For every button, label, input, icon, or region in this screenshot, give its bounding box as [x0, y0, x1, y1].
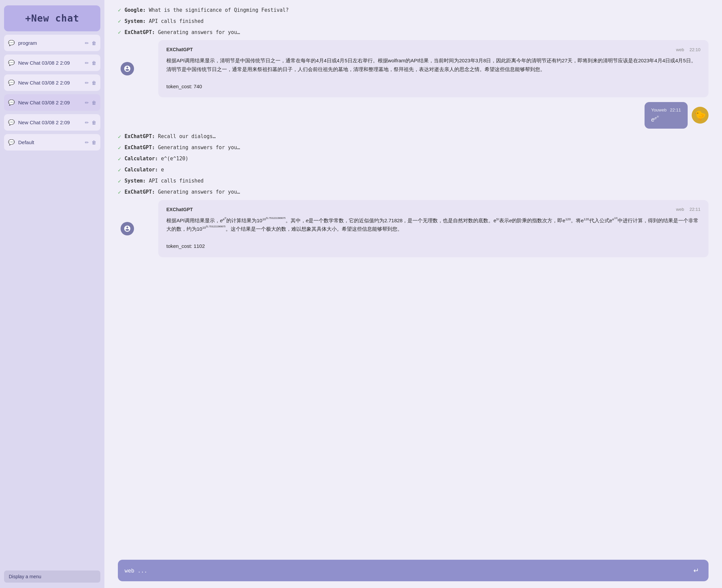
chat-icon: 💬: [8, 80, 15, 86]
status-line-calc2: ✓ Calculator: e: [118, 167, 708, 173]
status-line-google: ✓ Google: What is the significance of Qi…: [118, 7, 708, 13]
checkmark-icon: ✓: [118, 178, 121, 184]
chat-icon: 💬: [8, 60, 15, 66]
user-content: ee5!: [651, 115, 681, 123]
checkmark-icon: ✓: [118, 7, 121, 13]
chat-icon: 💬: [8, 139, 15, 146]
send-button[interactable]: ↵: [691, 565, 702, 576]
sidebar-item-chat1[interactable]: 💬 New Chat 03/08 2 2:09 ✏ 🗑: [4, 55, 100, 71]
sidebar: +New chat 💬 program ✏ 🗑 💬 New Chat 03/08…: [0, 0, 104, 588]
bot-message-1-wrapper: EXChatGPT web 22:10 根据API调用结果显示，清明节是中国传统…: [138, 40, 708, 97]
input-container: ↵: [118, 560, 708, 581]
sidebar-item-default[interactable]: 💬 Default ✏ 🗑: [4, 134, 100, 150]
bot-platform-2: web: [676, 207, 684, 212]
bot-sender-1: EXChatGPT: [166, 47, 193, 52]
checkmark-icon: ✓: [118, 29, 121, 35]
edit-icon[interactable]: ✏: [85, 100, 89, 105]
status-text: Calculator: e: [125, 167, 164, 173]
chat-icon: 💬: [8, 99, 15, 106]
user-platform: web: [659, 107, 667, 112]
checkmark-icon: ✓: [118, 189, 121, 195]
status-text: ExChatGPT: Generating answers for you…: [125, 189, 240, 195]
status-text: Calculator: e^(e^120): [125, 155, 189, 162]
sidebar-item-label: Default: [18, 139, 34, 146]
display-menu-button[interactable]: Display a menu: [4, 570, 100, 583]
status-line-calc1: ✓ Calculator: e^(e^120): [118, 155, 708, 162]
bot-message-1: EXChatGPT web 22:10 根据API调用结果显示，清明节是中国传统…: [158, 40, 708, 97]
status-line-recall: ✓ ExChatGPT: Recall our dialogs…: [118, 133, 708, 140]
checkmark-icon: ✓: [118, 18, 121, 24]
sidebar-item-label: New Chat 03/08 2 2:09: [18, 59, 70, 66]
chat-icon: 💬: [8, 40, 15, 46]
bot-time-2: 22:11: [689, 207, 700, 212]
status-text: System: API calls finished: [125, 18, 204, 24]
bot-message-2: EXChatGPT web 22:11 根据API调用结果显示，ee5!的计算结…: [158, 200, 708, 257]
bot-message-body-1: 根据API调用结果显示，清明节是中国传统节日之一，通常在每年的4月4日或4月5日…: [166, 56, 700, 90]
edit-icon[interactable]: ✏: [85, 60, 89, 66]
sidebar-item-label: New Chat 03/08 2 2:09: [18, 79, 70, 86]
user-message-wrapper: You web 22:11 ee5! 🐤: [118, 102, 708, 129]
status-line-system1: ✓ System: API calls finished: [118, 18, 708, 24]
edit-icon[interactable]: ✏: [85, 80, 89, 86]
user-time: 22:11: [670, 107, 681, 112]
input-area: ↵: [104, 554, 722, 588]
token-cost-1: token_cost: 740: [166, 84, 202, 89]
status-text: ExChatGPT: Recall our dialogs…: [125, 133, 216, 140]
checkmark-icon: ✓: [118, 167, 121, 173]
bot-avatar-2: [121, 222, 134, 235]
bot-message-2-wrapper: EXChatGPT web 22:11 根据API调用结果显示，ee5!的计算结…: [138, 200, 708, 257]
sidebar-item-label: New Chat 03/08 2 2:09: [18, 119, 70, 126]
edit-icon[interactable]: ✏: [85, 120, 89, 125]
delete-icon[interactable]: 🗑: [91, 100, 96, 105]
sidebar-item-program[interactable]: 💬 program ✏ 🗑: [4, 35, 100, 51]
token-cost-2: token_cost: 1102: [166, 243, 205, 249]
delete-icon[interactable]: 🗑: [91, 80, 96, 86]
sidebar-item-chat2[interactable]: 💬 New Chat 03/08 2 2:09 ✏ 🗑: [4, 75, 100, 91]
delete-icon[interactable]: 🗑: [91, 120, 96, 125]
main-chat-area: ✓ Google: What is the significance of Qi…: [104, 0, 722, 588]
new-chat-button[interactable]: +New chat: [4, 5, 100, 31]
status-line-exchat-gen2: ✓ ExChatGPT: Generating answers for you…: [118, 145, 708, 151]
user-avatar: 🐤: [692, 107, 708, 124]
status-text: ExChatGPT: Generating answers for you…: [125, 29, 240, 35]
bot-platform-1: web: [676, 47, 684, 52]
sidebar-item-label: New Chat 03/08 2 2:09: [18, 99, 70, 106]
status-line-system2: ✓ System: API calls finished: [118, 178, 708, 184]
delete-icon[interactable]: 🗑: [91, 60, 96, 66]
checkmark-icon: ✓: [118, 133, 121, 140]
user-message: You web 22:11 ee5!: [644, 102, 688, 129]
status-text: Google: What is the significance of Qing…: [125, 7, 289, 13]
status-text: System: API calls finished: [125, 178, 204, 184]
bot-time-1: 22:10: [689, 47, 700, 52]
bot-message-body-2: 根据API调用结果显示，ee5!的计算结果为101051.75312213969…: [166, 216, 700, 251]
chat-messages: ✓ Google: What is the significance of Qi…: [104, 0, 722, 554]
edit-icon[interactable]: ✏: [85, 140, 89, 145]
status-line-exchat1: ✓ ExChatGPT: Generating answers for you…: [118, 29, 708, 35]
bot-avatar: [121, 62, 134, 76]
sidebar-item-chat4[interactable]: 💬 New Chat 03/08 2 2:09 ✏ 🗑: [4, 114, 100, 131]
status-line-exchat3: ✓ ExChatGPT: Generating answers for you…: [118, 189, 708, 195]
edit-icon[interactable]: ✏: [85, 40, 89, 46]
user-sender: You: [651, 107, 659, 112]
bot-sender-2: EXChatGPT: [166, 207, 193, 212]
checkmark-icon: ✓: [118, 155, 121, 162]
checkmark-icon: ✓: [118, 145, 121, 151]
sidebar-item-label: program: [18, 39, 37, 46]
delete-icon[interactable]: 🗑: [91, 40, 96, 46]
chat-icon: 💬: [8, 119, 15, 126]
sidebar-item-chat3[interactable]: 💬 New Chat 03/08 2 2:09 ✏ 🗑: [4, 94, 100, 111]
status-text: ExChatGPT: Generating answers for you…: [125, 145, 240, 150]
delete-icon[interactable]: 🗑: [91, 140, 96, 145]
chat-input[interactable]: [125, 567, 687, 574]
